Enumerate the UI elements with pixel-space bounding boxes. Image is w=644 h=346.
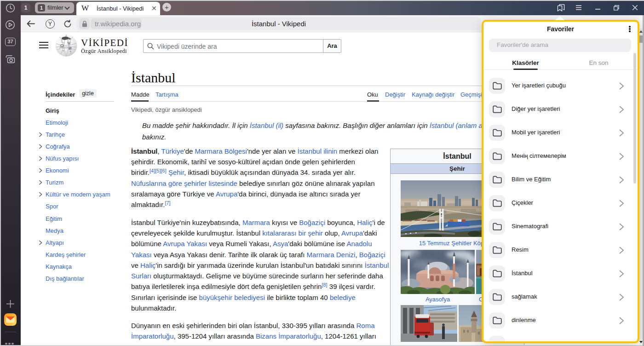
svg-text:И: И bbox=[69, 46, 72, 51]
svg-text:W: W bbox=[67, 41, 71, 46]
svg-text:Ω: Ω bbox=[60, 43, 63, 48]
